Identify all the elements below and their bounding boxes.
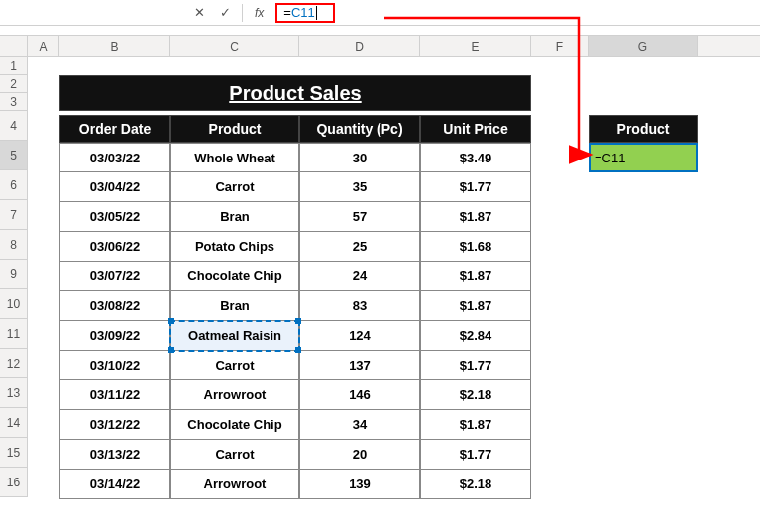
cell-product[interactable]: Chocolate Chip [170, 262, 299, 291]
row-header-5[interactable]: 5 [0, 141, 28, 170]
row-header-15[interactable]: 15 [0, 438, 28, 468]
row-header-8[interactable]: 8 [0, 230, 28, 260]
select-all-corner[interactable] [0, 36, 28, 56]
cell-order[interactable]: 03/14/22 [59, 470, 170, 499]
table-body: 03/03/22Whole Wheat30$3.4903/04/22Carrot… [59, 143, 531, 499]
column-headers: ABCDEFG [0, 36, 760, 57]
table-row: 03/06/22Potato Chips25$1.68 [59, 232, 531, 262]
cell-product[interactable]: Chocolate Chip [170, 410, 299, 440]
cell-price[interactable]: $1.87 [420, 291, 531, 321]
row-headers: 12345678910111213141516 [0, 57, 28, 497]
cell-product[interactable]: Carrot [170, 440, 299, 470]
table-row: 03/05/22Bran57$1.87 [59, 202, 531, 232]
column-header-D[interactable]: D [299, 36, 420, 56]
cell-product[interactable]: Bran [170, 202, 299, 232]
cell-price[interactable]: $2.18 [420, 380, 531, 410]
cell-order[interactable]: 03/04/22 [59, 172, 170, 202]
cell-qty[interactable]: 35 [299, 172, 420, 202]
cell-qty[interactable]: 20 [299, 440, 420, 470]
cell-qty[interactable]: 34 [299, 410, 420, 440]
row-header-12[interactable]: 12 [0, 349, 28, 378]
cell-order[interactable]: 03/13/22 [59, 440, 170, 470]
cell-product[interactable]: Arrowroot [170, 470, 299, 499]
row-header-16[interactable]: 16 [0, 468, 28, 497]
cell-qty[interactable]: 24 [299, 262, 420, 291]
cell-order[interactable]: 03/11/22 [59, 380, 170, 410]
cell-order[interactable]: 03/03/22 [59, 143, 170, 172]
cell-price[interactable]: $2.18 [420, 470, 531, 499]
row-header-3[interactable]: 3 [0, 93, 28, 111]
column-header-B[interactable]: B [59, 36, 170, 56]
table-row: 03/11/22Arrowroot146$2.18 [59, 380, 531, 410]
cells-area[interactable]: Product Sales Order Date Product Quantit… [28, 57, 760, 497]
table-row: 03/14/22Arrowroot139$2.18 [59, 470, 531, 499]
cell-order[interactable]: 03/08/22 [59, 291, 170, 321]
cell-qty[interactable]: 57 [299, 202, 420, 232]
cell-price[interactable]: $3.49 [420, 143, 531, 172]
header-unit-price: Unit Price [420, 115, 531, 143]
table-row: 03/07/22Chocolate Chip24$1.87 [59, 262, 531, 291]
column-header-C[interactable]: C [170, 36, 299, 56]
cell-price[interactable]: $1.77 [420, 351, 531, 380]
row-header-1[interactable]: 1 [0, 57, 28, 75]
cancel-icon[interactable]: ✕ [190, 4, 208, 22]
table-title: Product Sales [59, 75, 531, 111]
cell-qty[interactable]: 25 [299, 232, 420, 262]
formula-bar: ✕ ✓ fx =C11 [0, 0, 760, 26]
cell-order[interactable]: 03/06/22 [59, 232, 170, 262]
column-header-A[interactable]: A [28, 36, 59, 56]
row-header-13[interactable]: 13 [0, 378, 28, 408]
column-header-E[interactable]: E [420, 36, 531, 56]
cell-price[interactable]: $1.87 [420, 410, 531, 440]
confirm-icon[interactable]: ✓ [216, 4, 234, 22]
cell-qty[interactable]: 83 [299, 291, 420, 321]
cell-order[interactable]: 03/07/22 [59, 262, 170, 291]
cell-qty[interactable]: 137 [299, 351, 420, 380]
cell-product[interactable]: Arrowroot [170, 380, 299, 410]
table-row: 03/08/22Bran83$1.87 [59, 291, 531, 321]
header-product: Product [170, 115, 299, 143]
cell-qty[interactable]: 146 [299, 380, 420, 410]
cell-price[interactable]: $1.77 [420, 440, 531, 470]
g-column-header: Product [589, 115, 698, 143]
cell-price[interactable]: $2.84 [420, 321, 531, 351]
text-cursor [316, 6, 317, 20]
row-header-10[interactable]: 10 [0, 289, 28, 319]
row-header-7[interactable]: 7 [0, 200, 28, 230]
divider [242, 4, 243, 22]
column-header-F[interactable]: F [531, 36, 589, 56]
cell-qty[interactable]: 124 [299, 321, 420, 351]
table-row: 03/09/22Oatmeal Raisin124$2.84 [59, 321, 531, 351]
cell-qty[interactable]: 30 [299, 143, 420, 172]
table-row: 03/03/22Whole Wheat30$3.49 [59, 143, 531, 172]
cell-order[interactable]: 03/12/22 [59, 410, 170, 440]
row-header-2[interactable]: 2 [0, 75, 28, 93]
cell-product[interactable]: Whole Wheat [170, 143, 299, 172]
cell-qty[interactable]: 139 [299, 470, 420, 499]
cell-price[interactable]: $1.68 [420, 232, 531, 262]
table-row: 03/10/22Carrot137$1.77 [59, 351, 531, 380]
formula-input[interactable]: =C11 [275, 3, 335, 23]
active-cell-g5[interactable]: =C11 [589, 143, 698, 172]
column-header-G[interactable]: G [589, 36, 698, 56]
row-header-11[interactable]: 11 [0, 319, 28, 349]
cell-product[interactable]: Carrot [170, 172, 299, 202]
fx-icon[interactable]: fx [251, 6, 268, 20]
row-header-14[interactable]: 14 [0, 408, 28, 438]
spreadsheet-grid: ABCDEFG 12345678910111213141516 Product … [0, 36, 760, 497]
cell-product[interactable]: Potato Chips [170, 232, 299, 262]
cell-price[interactable]: $1.87 [420, 202, 531, 232]
cell-order[interactable]: 03/09/22 [59, 321, 170, 351]
cell-product[interactable]: Oatmeal Raisin [170, 321, 299, 351]
cell-order[interactable]: 03/05/22 [59, 202, 170, 232]
formula-ref: C11 [291, 5, 315, 20]
cell-price[interactable]: $1.77 [420, 172, 531, 202]
cell-order[interactable]: 03/10/22 [59, 351, 170, 380]
cell-product[interactable]: Carrot [170, 351, 299, 380]
table-row: 03/04/22Carrot35$1.77 [59, 172, 531, 202]
row-header-6[interactable]: 6 [0, 170, 28, 200]
cell-price[interactable]: $1.87 [420, 262, 531, 291]
row-header-4[interactable]: 4 [0, 111, 28, 141]
row-header-9[interactable]: 9 [0, 260, 28, 289]
cell-product[interactable]: Bran [170, 291, 299, 321]
